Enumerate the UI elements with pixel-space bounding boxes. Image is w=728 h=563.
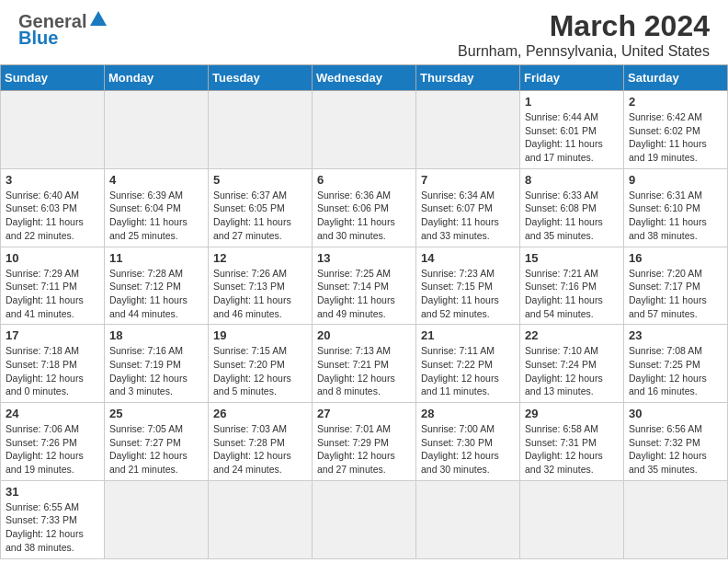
calendar-cell (313, 480, 416, 558)
calendar-cell: 11Sunrise: 7:28 AM Sunset: 7:12 PM Dayli… (105, 247, 209, 325)
col-thursday: Thursday (416, 65, 520, 91)
day-detail: Sunrise: 6:33 AM Sunset: 6:08 PM Dayligh… (525, 189, 619, 243)
calendar-cell: 1Sunrise: 6:44 AM Sunset: 6:01 PM Daylig… (520, 91, 624, 169)
calendar-row-3: 17Sunrise: 7:18 AM Sunset: 7:18 PM Dayli… (1, 325, 728, 403)
calendar-row-0: 1Sunrise: 6:44 AM Sunset: 6:01 PM Daylig… (1, 91, 728, 169)
day-number: 16 (629, 251, 722, 265)
col-tuesday: Tuesday (209, 65, 313, 91)
calendar-cell: 3Sunrise: 6:40 AM Sunset: 6:03 PM Daylig… (1, 168, 105, 247)
day-detail: Sunrise: 7:00 AM Sunset: 7:30 PM Dayligh… (421, 422, 515, 477)
calendar-cell (416, 480, 520, 558)
day-number: 6 (317, 173, 411, 187)
calendar-cell: 6Sunrise: 6:36 AM Sunset: 6:06 PM Daylig… (313, 168, 416, 247)
day-detail: Sunrise: 7:05 AM Sunset: 7:27 PM Dayligh… (109, 422, 203, 477)
header-row: Sunday Monday Tuesday Wednesday Thursday… (1, 65, 728, 91)
calendar-cell (1, 91, 105, 169)
day-number: 23 (629, 328, 722, 342)
calendar-table: Sunday Monday Tuesday Wednesday Thursday… (0, 64, 728, 559)
day-detail: Sunrise: 6:36 AM Sunset: 6:06 PM Dayligh… (317, 189, 411, 243)
calendar-cell (520, 480, 624, 558)
calendar-cell: 25Sunrise: 7:05 AM Sunset: 7:27 PM Dayli… (105, 403, 209, 481)
col-wednesday: Wednesday (313, 65, 416, 91)
day-number: 20 (317, 328, 411, 342)
day-detail: Sunrise: 7:25 AM Sunset: 7:14 PM Dayligh… (317, 267, 411, 321)
day-number: 21 (421, 328, 515, 342)
day-detail: Sunrise: 7:08 AM Sunset: 7:25 PM Dayligh… (629, 344, 722, 398)
day-detail: Sunrise: 6:58 AM Sunset: 7:31 PM Dayligh… (525, 422, 619, 477)
calendar-cell: 13Sunrise: 7:25 AM Sunset: 7:14 PM Dayli… (313, 247, 416, 325)
day-detail: Sunrise: 7:13 AM Sunset: 7:21 PM Dayligh… (317, 344, 411, 398)
day-number: 8 (525, 173, 619, 187)
day-detail: Sunrise: 7:26 AM Sunset: 7:13 PM Dayligh… (213, 267, 307, 321)
day-detail: Sunrise: 6:44 AM Sunset: 6:01 PM Dayligh… (525, 110, 619, 165)
calendar-cell (209, 480, 313, 558)
col-saturday: Saturday (624, 65, 728, 91)
day-number: 10 (6, 251, 99, 265)
day-number: 3 (6, 173, 99, 187)
col-friday: Friday (520, 65, 624, 91)
calendar-cell: 19Sunrise: 7:15 AM Sunset: 7:20 PM Dayli… (209, 325, 313, 403)
day-number: 31 (6, 485, 99, 499)
day-number: 14 (421, 251, 515, 265)
page-title: March 2024 (458, 9, 710, 43)
logo-blue-text: Blue (18, 28, 58, 49)
day-detail: Sunrise: 6:42 AM Sunset: 6:02 PM Dayligh… (629, 110, 722, 165)
calendar-cell: 8Sunrise: 6:33 AM Sunset: 6:08 PM Daylig… (520, 168, 624, 247)
day-detail: Sunrise: 7:29 AM Sunset: 7:11 PM Dayligh… (6, 267, 99, 321)
calendar-cell: 28Sunrise: 7:00 AM Sunset: 7:30 PM Dayli… (416, 403, 520, 481)
page-header: General Blue March 2024 Burnham, Pennsyl… (0, 0, 728, 64)
day-detail: Sunrise: 6:56 AM Sunset: 7:32 PM Dayligh… (629, 422, 722, 477)
calendar-cell: 7Sunrise: 6:34 AM Sunset: 6:07 PM Daylig… (416, 168, 520, 247)
day-detail: Sunrise: 6:34 AM Sunset: 6:07 PM Dayligh… (421, 189, 515, 243)
col-sunday: Sunday (1, 65, 105, 91)
day-detail: Sunrise: 7:18 AM Sunset: 7:18 PM Dayligh… (6, 344, 99, 398)
calendar-cell: 9Sunrise: 6:31 AM Sunset: 6:10 PM Daylig… (624, 168, 728, 247)
day-detail: Sunrise: 7:21 AM Sunset: 7:16 PM Dayligh… (525, 267, 619, 321)
day-detail: Sunrise: 6:37 AM Sunset: 6:05 PM Dayligh… (213, 189, 307, 243)
day-detail: Sunrise: 6:39 AM Sunset: 6:04 PM Dayligh… (109, 189, 203, 243)
day-number: 4 (109, 173, 203, 187)
day-number: 28 (421, 407, 515, 420)
calendar-cell: 26Sunrise: 7:03 AM Sunset: 7:28 PM Dayli… (209, 403, 313, 481)
day-number: 25 (109, 407, 203, 420)
day-number: 5 (213, 173, 307, 187)
calendar-row-2: 10Sunrise: 7:29 AM Sunset: 7:11 PM Dayli… (1, 247, 728, 325)
day-detail: Sunrise: 7:28 AM Sunset: 7:12 PM Dayligh… (109, 267, 203, 321)
calendar-cell: 30Sunrise: 6:56 AM Sunset: 7:32 PM Dayli… (624, 403, 728, 481)
logo: General Blue (18, 9, 110, 49)
day-detail: Sunrise: 6:31 AM Sunset: 6:10 PM Dayligh… (629, 189, 722, 243)
calendar-cell: 2Sunrise: 6:42 AM Sunset: 6:02 PM Daylig… (624, 91, 728, 169)
day-number: 12 (213, 251, 307, 265)
calendar-row-5: 31Sunrise: 6:55 AM Sunset: 7:33 PM Dayli… (1, 480, 728, 558)
day-number: 19 (213, 328, 307, 342)
day-detail: Sunrise: 7:16 AM Sunset: 7:19 PM Dayligh… (109, 344, 203, 398)
calendar-row-1: 3Sunrise: 6:40 AM Sunset: 6:03 PM Daylig… (1, 168, 728, 247)
day-number: 13 (317, 251, 411, 265)
col-monday: Monday (105, 65, 209, 91)
day-detail: Sunrise: 7:03 AM Sunset: 7:28 PM Dayligh… (213, 422, 307, 477)
day-detail: Sunrise: 7:20 AM Sunset: 7:17 PM Dayligh… (629, 267, 722, 321)
day-number: 24 (6, 407, 99, 420)
day-number: 11 (109, 251, 203, 265)
day-detail: Sunrise: 7:11 AM Sunset: 7:22 PM Dayligh… (421, 344, 515, 398)
svg-marker-0 (90, 11, 107, 26)
calendar-cell: 14Sunrise: 7:23 AM Sunset: 7:15 PM Dayli… (416, 247, 520, 325)
day-number: 29 (525, 407, 619, 420)
day-number: 17 (6, 328, 99, 342)
day-number: 1 (525, 95, 619, 109)
calendar-cell: 24Sunrise: 7:06 AM Sunset: 7:26 PM Dayli… (1, 403, 105, 481)
day-detail: Sunrise: 7:23 AM Sunset: 7:15 PM Dayligh… (421, 267, 515, 321)
day-number: 27 (317, 407, 411, 420)
calendar-cell: 16Sunrise: 7:20 AM Sunset: 7:17 PM Dayli… (624, 247, 728, 325)
calendar-cell (105, 480, 209, 558)
calendar-cell (313, 91, 416, 169)
calendar-cell: 23Sunrise: 7:08 AM Sunset: 7:25 PM Dayli… (624, 325, 728, 403)
calendar-cell: 15Sunrise: 7:21 AM Sunset: 7:16 PM Dayli… (520, 247, 624, 325)
calendar-cell: 17Sunrise: 7:18 AM Sunset: 7:18 PM Dayli… (1, 325, 105, 403)
calendar-row-4: 24Sunrise: 7:06 AM Sunset: 7:26 PM Dayli… (1, 403, 728, 481)
day-number: 15 (525, 251, 619, 265)
day-detail: Sunrise: 7:15 AM Sunset: 7:20 PM Dayligh… (213, 344, 307, 398)
calendar-cell: 29Sunrise: 6:58 AM Sunset: 7:31 PM Dayli… (520, 403, 624, 481)
day-number: 26 (213, 407, 307, 420)
calendar-header: Sunday Monday Tuesday Wednesday Thursday… (1, 65, 728, 91)
